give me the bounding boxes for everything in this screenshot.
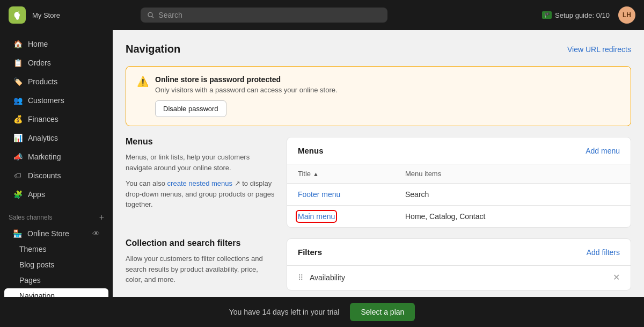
- sidebar-label-customers: Customers: [28, 96, 64, 105]
- filters-section: Collection and search filters Allow your…: [126, 238, 631, 290]
- sidebar-item-analytics[interactable]: 📊 Analytics: [4, 129, 108, 147]
- sidebar-item-products[interactable]: 🏷️ Products: [4, 72, 108, 91]
- sidebar-label-analytics: Analytics: [28, 134, 58, 142]
- search-input[interactable]: [158, 11, 381, 19]
- filters-right-title: Filters: [298, 248, 322, 257]
- sidebar-item-apps[interactable]: 🧩 Apps: [4, 185, 108, 204]
- sidebar-label-products: Products: [28, 77, 57, 86]
- main-menu-items: Home, Catalog, Contact: [405, 212, 620, 221]
- sidebar-label-finances: Finances: [28, 115, 58, 123]
- sidebar-item-home[interactable]: 🏠 Home: [4, 35, 108, 53]
- shopify-logo: [9, 6, 26, 24]
- sidebar-item-blog-posts[interactable]: Blog posts: [4, 257, 108, 272]
- customers-icon: 👥: [13, 96, 23, 105]
- footer-menu-items: Search: [405, 190, 620, 199]
- sidebar: 🏠 Home 📋 Orders 🏷️ Products 👥 Customers …: [0, 30, 113, 297]
- filters-left: Collection and search filters Allow your…: [126, 238, 276, 290]
- online-store-icon: 🏪: [13, 229, 22, 238]
- sidebar-item-marketing[interactable]: 📣 Marketing: [4, 148, 108, 166]
- table-row: Main menu Home, Catalog, Contact: [287, 206, 631, 227]
- filters-right: Filters Add filters ⠿ Availability ✕: [287, 238, 631, 290]
- filter-row: ⠿ Availability ✕: [287, 266, 631, 289]
- menus-left-desc2-text: You can also: [126, 179, 165, 187]
- sidebar-item-customers[interactable]: 👥 Customers: [4, 91, 108, 110]
- create-nested-menus-link[interactable]: create nested menus: [167, 179, 232, 187]
- filters-left-title: Collection and search filters: [126, 238, 276, 248]
- menus-left-desc1: Menus, or link lists, help your customer…: [126, 152, 276, 173]
- add-menu-link[interactable]: Add menu: [586, 147, 620, 155]
- view-url-redirects-link[interactable]: View URL redirects: [567, 45, 631, 54]
- alert-banner: ⚠️ Online store is password protected On…: [126, 66, 631, 126]
- products-icon: 🏷️: [13, 77, 23, 86]
- filter-name-label: Availability: [310, 273, 606, 282]
- topbar: My Store 🏴 Setup guide: 0/10 LH: [0, 0, 644, 30]
- page-title: Navigation: [126, 43, 180, 55]
- col-title-label: Title: [298, 170, 311, 178]
- home-icon: 🏠: [13, 39, 23, 49]
- menus-right-header: Menus Add menu: [287, 137, 631, 164]
- eye-icon[interactable]: 👁: [92, 229, 100, 238]
- search-icon: [147, 11, 154, 19]
- online-store-actions: 👁: [92, 229, 100, 238]
- menus-left: Menus Menus, or link lists, help your cu…: [126, 137, 276, 228]
- alert-content: Online store is password protected Only …: [155, 75, 620, 117]
- menus-right: Menus Add menu Title ▲ Menu items Footer…: [287, 137, 631, 228]
- add-filters-link[interactable]: Add filters: [587, 248, 620, 257]
- analytics-icon: 📊: [13, 133, 23, 143]
- menus-right-title: Menus: [298, 146, 324, 155]
- footer-menu-link[interactable]: Footer menu: [298, 190, 340, 199]
- add-sales-channel-button[interactable]: +: [99, 213, 104, 222]
- sidebar-label-themes: Themes: [19, 245, 47, 253]
- discounts-icon: 🏷: [13, 171, 23, 180]
- online-store-link[interactable]: 🏪 Online Store: [13, 229, 69, 238]
- warning-icon: ⚠️: [137, 76, 149, 88]
- svg-point-0: [148, 12, 152, 17]
- main-menu-link[interactable]: Main menu: [298, 212, 335, 221]
- content-area: Navigation View URL redirects ⚠️ Online …: [113, 30, 644, 297]
- store-name-label: My Store: [32, 11, 60, 19]
- menus-table-header: Title ▲ Menu items: [287, 164, 631, 184]
- finances-icon: 💰: [13, 114, 23, 124]
- sidebar-label-home: Home: [28, 40, 48, 48]
- main-layout: 🏠 Home 📋 Orders 🏷️ Products 👥 Customers …: [0, 30, 644, 297]
- avatar[interactable]: LH: [618, 6, 635, 24]
- sort-arrow-icon: ▲: [313, 171, 319, 177]
- sidebar-item-discounts[interactable]: 🏷 Discounts: [4, 166, 108, 185]
- sidebar-label-pages: Pages: [19, 276, 41, 285]
- table-row: Footer menu Search: [287, 184, 631, 206]
- sidebar-item-orders[interactable]: 📋 Orders: [4, 54, 108, 72]
- remove-filter-icon[interactable]: ✕: [613, 272, 620, 282]
- svg-line-1: [152, 16, 153, 18]
- drag-handle-icon: ⠿: [298, 273, 303, 282]
- setup-guide-label: Setup guide: 0/10: [555, 11, 610, 19]
- setup-guide-link[interactable]: 🏴 Setup guide: 0/10: [542, 11, 610, 19]
- online-store-label: Online Store: [27, 229, 69, 238]
- trial-bar: You have 14 days left in your trial Sele…: [0, 297, 644, 327]
- menus-left-title: Menus: [126, 137, 276, 147]
- sales-channels-label: Sales channels: [9, 214, 52, 221]
- filters-right-header: Filters Add filters: [287, 239, 631, 266]
- topbar-right: 🏴 Setup guide: 0/10 LH: [542, 6, 635, 24]
- sales-channels-section: Sales channels +: [0, 204, 113, 226]
- menus-left-desc2: You can also create nested menus ↗ to di…: [126, 178, 276, 210]
- main-menu-title: Main menu: [298, 212, 405, 221]
- select-plan-button[interactable]: Select a plan: [350, 303, 415, 321]
- sidebar-label-orders: Orders: [28, 59, 51, 67]
- sidebar-label-marketing: Marketing: [28, 152, 61, 161]
- col-title-header: Title ▲: [298, 170, 405, 178]
- online-store-row: 🏪 Online Store 👁: [4, 226, 108, 241]
- menus-section: Menus Menus, or link lists, help your cu…: [126, 137, 631, 228]
- sidebar-item-themes[interactable]: Themes: [4, 242, 108, 257]
- apps-icon: 🧩: [13, 190, 23, 199]
- sidebar-label-apps: Apps: [28, 190, 45, 199]
- sidebar-item-navigation[interactable]: Navigation: [4, 288, 108, 297]
- flag-icon: 🏴: [542, 11, 552, 19]
- sidebar-item-pages[interactable]: Pages: [4, 273, 108, 288]
- alert-title: Online store is password protected: [155, 75, 620, 84]
- alert-description: Only visitors with a password can access…: [155, 86, 620, 94]
- search-bar[interactable]: [141, 8, 387, 23]
- sidebar-item-finances[interactable]: 💰 Finances: [4, 110, 108, 128]
- orders-icon: 📋: [13, 58, 23, 68]
- filters-left-desc: Allow your customers to filter collectio…: [126, 253, 276, 285]
- disable-password-button[interactable]: Disable password: [155, 100, 226, 117]
